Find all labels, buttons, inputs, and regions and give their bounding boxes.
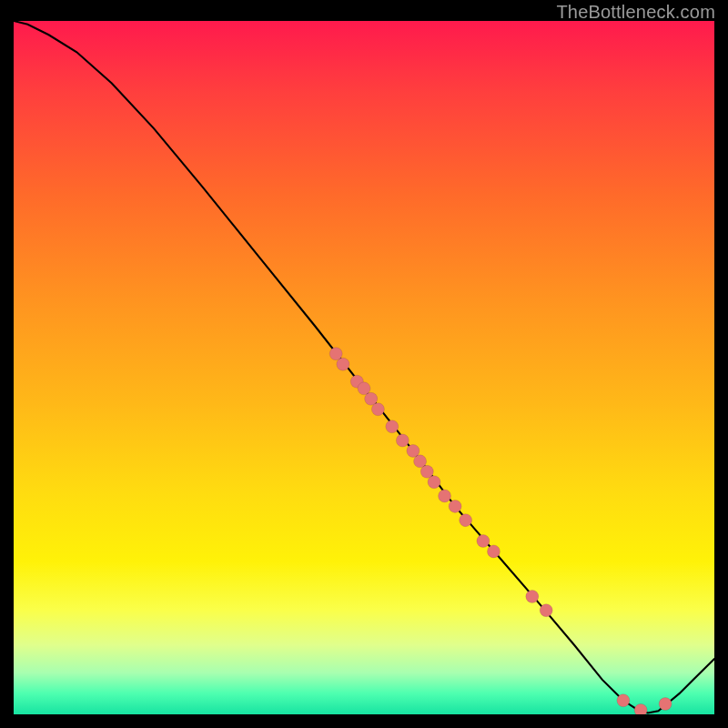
chart-stage: TheBottleneck.com bbox=[0, 0, 728, 728]
watermark-text: TheBottleneck.com bbox=[556, 2, 715, 23]
plot-area bbox=[14, 21, 714, 714]
